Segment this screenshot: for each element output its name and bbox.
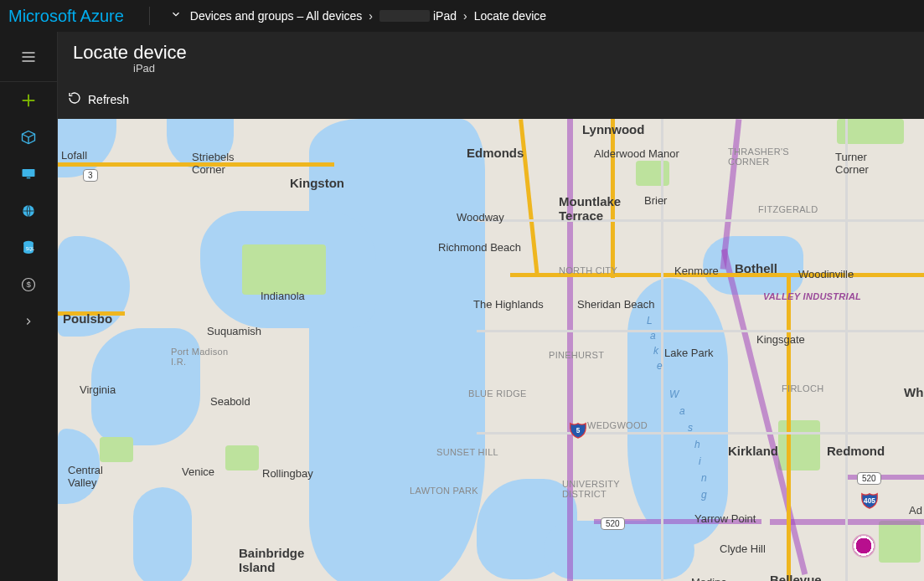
shell: SQL $ Locate device iPad Refresh	[0, 32, 924, 581]
map-label: a	[679, 405, 687, 417]
svg-line-7	[28, 134, 35, 137]
road	[477, 330, 924, 332]
park	[225, 445, 259, 470]
map-label: UNIVERSITYDISTRICT	[562, 479, 620, 499]
device-location-pin[interactable]	[854, 536, 874, 556]
water	[627, 278, 728, 546]
map-label: LAWTON PARK	[410, 486, 478, 496]
map-label: Virginia	[80, 383, 116, 396]
water	[133, 487, 192, 581]
road-highway	[787, 275, 791, 581]
map-label: Redmond	[827, 444, 885, 458]
chevron-down-icon[interactable]	[170, 8, 182, 23]
dollar-icon[interactable]: $	[0, 266, 58, 303]
map-label: Kenmore	[674, 265, 719, 277]
map-label: Venice	[182, 465, 214, 478]
map-label: TurnerCorner	[835, 151, 869, 176]
map-label: Alderwood Manor	[594, 147, 679, 160]
park	[778, 420, 820, 470]
route-shield: 520	[857, 472, 881, 485]
map-label: NORTH CITY	[559, 265, 617, 275]
interstate-shield: 405	[860, 491, 879, 512]
map-label: FITZGERALD	[758, 204, 818, 214]
map-label: Poulsbo	[63, 311, 112, 326]
map-label: Woodway	[457, 211, 504, 224]
map-label: Richmond Beach	[438, 241, 521, 254]
cube-icon[interactable]	[0, 119, 58, 156]
breadcrumb-sep: ›	[369, 9, 373, 23]
blade-subtitle: iPad	[133, 62, 909, 75]
road-highway	[519, 119, 539, 275]
collapse-icon[interactable]	[0, 303, 58, 340]
map-label: MountlakeTerrace	[559, 194, 621, 223]
breadcrumb-redacted	[379, 10, 430, 22]
breadcrumb-leaf[interactable]: Locate device	[474, 9, 546, 23]
map-label: PINEHURST	[549, 350, 604, 360]
map-label: Brier	[644, 194, 667, 207]
map-label: Bothell	[735, 261, 777, 275]
toolbar: Refresh	[58, 81, 924, 119]
add-button[interactable]	[0, 82, 58, 119]
map-label: Wh	[904, 385, 923, 399]
globe-icon[interactable]	[0, 193, 58, 229]
map-label: Yarrow Point	[694, 512, 756, 525]
map-label: Woodinville	[798, 268, 854, 280]
map-label: s	[688, 422, 694, 434]
map-label: Suquamish	[207, 325, 261, 337]
park	[100, 437, 133, 462]
map-label: h	[694, 439, 702, 450]
map-label: Striebels Corner	[192, 151, 235, 176]
map-label: WEDGWOOD	[587, 420, 648, 430]
monitor-icon[interactable]	[0, 156, 58, 193]
refresh-icon	[68, 91, 81, 107]
map-label: The Highlands	[473, 298, 544, 311]
breadcrumb-sep: ›	[463, 9, 467, 23]
map-label: Medina	[691, 576, 727, 581]
map-label: Lofall	[61, 149, 87, 162]
map-label: SUNSET HILL	[436, 447, 498, 457]
refresh-button[interactable]: Refresh	[63, 88, 134, 111]
map-label: Kingston	[290, 176, 344, 190]
road	[477, 432, 924, 434]
database-icon[interactable]: SQL	[0, 229, 58, 266]
svg-line-6	[23, 134, 29, 137]
map-label: k	[653, 345, 660, 357]
map-label: THRASHER'SCORNER	[728, 147, 789, 167]
park	[636, 161, 669, 186]
map-label: Seabold	[210, 395, 250, 408]
route-shield: 3	[83, 169, 98, 182]
map-label: Rollingbay	[262, 467, 313, 480]
map-label: a	[650, 330, 658, 342]
road	[477, 219, 924, 222]
map-label: e	[657, 360, 664, 372]
map-label: i	[699, 455, 703, 467]
svg-text:5: 5	[576, 427, 581, 434]
blade-header: Locate device iPad	[58, 32, 924, 81]
map-label: L	[647, 315, 654, 326]
interstate-shield: 5	[569, 420, 587, 442]
map-label: n	[701, 472, 709, 484]
svg-rect-9	[23, 169, 35, 177]
blade-title: Locate device	[73, 42, 909, 64]
map-label: Port MadisonI.R.	[171, 347, 228, 367]
blade: Locate device iPad Refresh	[58, 32, 924, 581]
map-canvas[interactable]: LofallStriebels CornerKingstonEdmondsLyn…	[58, 119, 924, 581]
map-label: Edmonds	[467, 146, 524, 160]
map-label: Clyde Hill	[720, 542, 766, 555]
brand-logo[interactable]: Microsoft Azure	[8, 7, 124, 26]
park	[242, 244, 326, 295]
map-label: Bellevue	[770, 573, 822, 581]
breadcrumb-device[interactable]: iPad	[433, 9, 457, 23]
svg-rect-10	[27, 177, 31, 179]
map-label: Indianola	[261, 290, 305, 302]
separator	[149, 7, 150, 25]
hamburger-menu[interactable]	[0, 32, 58, 82]
road	[845, 119, 848, 581]
breadcrumb-root[interactable]: Devices and groups – All devices	[190, 9, 362, 23]
map-label: Lynnwood	[582, 122, 644, 136]
map-label: FIRLOCH	[782, 383, 823, 393]
map-label: W	[669, 388, 680, 400]
map-label: Lake Park	[664, 347, 714, 359]
map-label: CentralValley	[68, 464, 103, 489]
map-label: Ad	[909, 504, 922, 517]
